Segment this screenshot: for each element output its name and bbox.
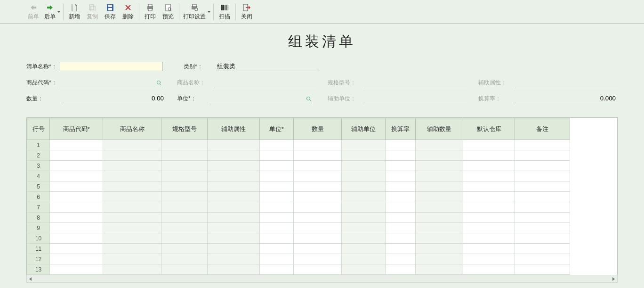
grid-header[interactable]: 数量: [293, 118, 342, 140]
grid-cell[interactable]: [103, 161, 161, 171]
grid-cell[interactable]: [416, 202, 463, 213]
grid-cell[interactable]: [342, 223, 385, 233]
spec-input[interactable]: [364, 78, 467, 87]
grid-cell[interactable]: [103, 192, 161, 202]
grid-cell[interactable]: [259, 254, 293, 264]
grid-cell[interactable]: [342, 264, 385, 275]
grid-cell[interactable]: [207, 150, 259, 161]
grid-header[interactable]: 辅助数量: [416, 118, 463, 140]
grid-cell[interactable]: [259, 244, 293, 254]
scan-button[interactable]: 扫描: [216, 1, 233, 22]
product-name-input[interactable]: [214, 78, 316, 87]
grid-cell[interactable]: [293, 140, 342, 150]
grid-cell[interactable]: [385, 213, 415, 223]
aux-attr-input[interactable]: [515, 78, 618, 87]
grid-cell[interactable]: [385, 244, 415, 254]
grid-cell[interactable]: [207, 233, 259, 244]
grid-cell[interactable]: [50, 192, 103, 202]
grid-cell[interactable]: [50, 140, 103, 150]
grid-cell[interactable]: [515, 254, 570, 264]
grid-cell[interactable]: [515, 233, 570, 244]
grid-cell[interactable]: [293, 223, 342, 233]
grid-cell[interactable]: [207, 254, 259, 264]
grid-cell[interactable]: [50, 150, 103, 161]
grid-cell[interactable]: [50, 161, 103, 171]
grid-cell[interactable]: [207, 140, 259, 150]
grid-cell[interactable]: [416, 161, 463, 171]
grid-cell[interactable]: [342, 140, 385, 150]
preview-button[interactable]: 预览: [159, 1, 177, 22]
grid-cell[interactable]: [259, 181, 293, 192]
grid-cell[interactable]: [416, 140, 463, 150]
grid-cell[interactable]: [515, 161, 570, 171]
grid-cell[interactable]: [416, 244, 463, 254]
scroll-right-icon[interactable]: [610, 276, 617, 282]
grid-cell[interactable]: [207, 223, 259, 233]
grid-cell[interactable]: [293, 202, 342, 213]
grid-cell[interactable]: [103, 213, 161, 223]
grid-cell[interactable]: [416, 264, 463, 275]
grid-cell[interactable]: [515, 192, 570, 202]
category-input[interactable]: [216, 62, 319, 71]
next-button[interactable]: 后单: [42, 1, 61, 22]
grid-cell[interactable]: [259, 213, 293, 223]
grid-cell[interactable]: [207, 161, 259, 171]
grid-cell[interactable]: [342, 202, 385, 213]
grid-cell[interactable]: [259, 264, 293, 275]
grid-cell[interactable]: [293, 192, 342, 202]
grid-cell[interactable]: [161, 181, 208, 192]
delete-button[interactable]: 删除: [119, 1, 137, 22]
print-button[interactable]: 打印: [141, 1, 159, 22]
grid-cell[interactable]: [342, 213, 385, 223]
grid-cell[interactable]: [385, 161, 415, 171]
grid-cell[interactable]: [207, 202, 259, 213]
grid-cell[interactable]: [463, 161, 515, 171]
grid-cell[interactable]: [161, 264, 208, 275]
grid-header[interactable]: 备注: [515, 118, 570, 140]
grid-cell[interactable]: [259, 161, 293, 171]
grid-cell[interactable]: [515, 150, 570, 161]
grid-cell[interactable]: [50, 223, 103, 233]
grid-cell[interactable]: [416, 223, 463, 233]
grid-cell[interactable]: [103, 233, 161, 244]
qty-input[interactable]: [63, 94, 166, 103]
lookup-icon[interactable]: [156, 80, 162, 86]
grid-cell[interactable]: [259, 140, 293, 150]
print-settings-button[interactable]: 打印设置: [181, 1, 211, 22]
grid-cell[interactable]: [50, 213, 103, 223]
grid-cell[interactable]: [463, 140, 515, 150]
grid-cell[interactable]: [50, 233, 103, 244]
grid-cell[interactable]: [385, 171, 415, 181]
grid-cell[interactable]: [103, 244, 161, 254]
grid-cell[interactable]: [342, 171, 385, 181]
grid-cell[interactable]: [161, 213, 208, 223]
grid-cell[interactable]: [161, 254, 208, 264]
grid-header[interactable]: 商品名称: [103, 118, 161, 140]
grid-cell[interactable]: [342, 161, 385, 171]
grid-cell[interactable]: [50, 264, 103, 275]
grid-cell[interactable]: [207, 264, 259, 275]
scroll-left-icon[interactable]: [27, 276, 34, 282]
grid-cell[interactable]: [385, 181, 415, 192]
horizontal-scrollbar[interactable]: [26, 275, 618, 283]
grid-cell[interactable]: [293, 161, 342, 171]
grid-cell[interactable]: [416, 171, 463, 181]
grid-cell[interactable]: [463, 264, 515, 275]
grid-cell[interactable]: [207, 171, 259, 181]
grid-cell[interactable]: [207, 213, 259, 223]
grid-cell[interactable]: [50, 202, 103, 213]
grid-cell[interactable]: [463, 233, 515, 244]
grid-cell[interactable]: [416, 192, 463, 202]
grid-cell[interactable]: [207, 192, 259, 202]
grid-cell[interactable]: [342, 181, 385, 192]
grid-cell[interactable]: [293, 244, 342, 254]
save-button[interactable]: 保存: [101, 1, 119, 22]
grid-cell[interactable]: [463, 213, 515, 223]
grid-cell[interactable]: [463, 171, 515, 181]
grid-cell[interactable]: [416, 254, 463, 264]
grid-cell[interactable]: [342, 233, 385, 244]
grid-cell[interactable]: [463, 150, 515, 161]
grid-cell[interactable]: [385, 150, 415, 161]
grid-cell[interactable]: [103, 140, 161, 150]
grid-header[interactable]: 换算率: [385, 118, 415, 140]
